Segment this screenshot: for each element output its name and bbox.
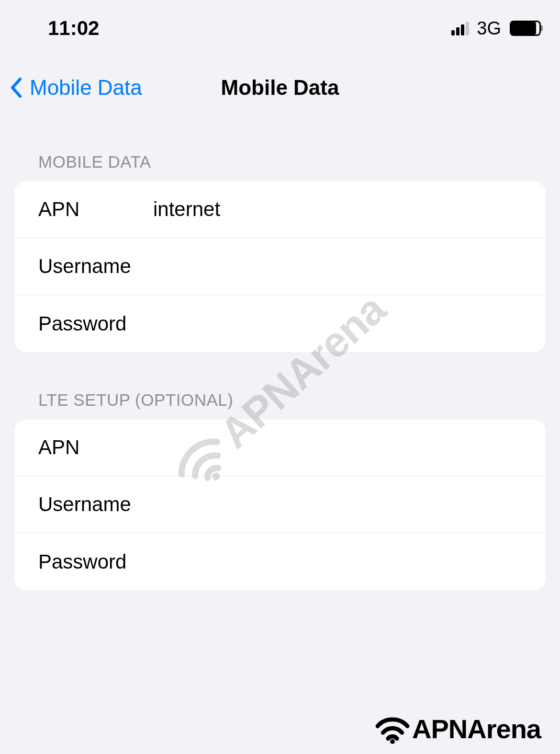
form-row-username[interactable]: Username <box>14 476 546 533</box>
form-row-apn[interactable]: APN <box>14 181 546 238</box>
username-label: Username <box>38 493 153 516</box>
back-label: Mobile Data <box>30 76 142 100</box>
page-title: Mobile Data <box>221 76 339 100</box>
form-row-username[interactable]: Username <box>14 238 546 295</box>
section-header: LTE SETUP (OPTIONAL) <box>0 390 560 419</box>
back-button[interactable]: Mobile Data <box>10 76 142 100</box>
password-label: Password <box>38 550 153 573</box>
network-type: 3G <box>477 18 501 39</box>
username-input[interactable] <box>153 255 522 278</box>
status-bar: 11:02 3G <box>0 0 560 52</box>
watermark-text: APNArena <box>412 713 541 744</box>
form-row-password[interactable]: Password <box>14 295 546 352</box>
section-header: MOBILE DATA <box>0 152 560 181</box>
apn-label: APN <box>38 198 153 221</box>
nav-bar: Mobile Data Mobile Data <box>0 52 560 114</box>
signal-icon <box>451 22 469 35</box>
form-row-password[interactable]: Password <box>14 533 546 590</box>
watermark-bottom: APNArena <box>374 713 541 744</box>
chevron-left-icon <box>10 77 23 98</box>
username-label: Username <box>38 255 153 278</box>
apn-label: APN <box>38 436 153 459</box>
password-input[interactable] <box>153 550 522 573</box>
form-group-lte: APN Username Password <box>14 419 546 590</box>
form-group-mobile-data: APN Username Password <box>14 181 546 352</box>
section-lte-setup: LTE SETUP (OPTIONAL) APN Username Passwo… <box>0 390 560 590</box>
status-time: 11:02 <box>48 17 99 40</box>
username-input[interactable] <box>153 493 522 516</box>
wifi-icon <box>374 714 411 744</box>
apn-input[interactable] <box>153 436 522 459</box>
form-row-apn[interactable]: APN <box>14 419 546 476</box>
svg-point-1 <box>390 739 395 744</box>
password-label: Password <box>38 312 153 335</box>
apn-input[interactable] <box>153 198 522 221</box>
battery-icon <box>510 21 541 36</box>
section-mobile-data: MOBILE DATA APN Username Password <box>0 152 560 352</box>
status-icons: 3G <box>451 18 541 39</box>
password-input[interactable] <box>153 312 522 335</box>
